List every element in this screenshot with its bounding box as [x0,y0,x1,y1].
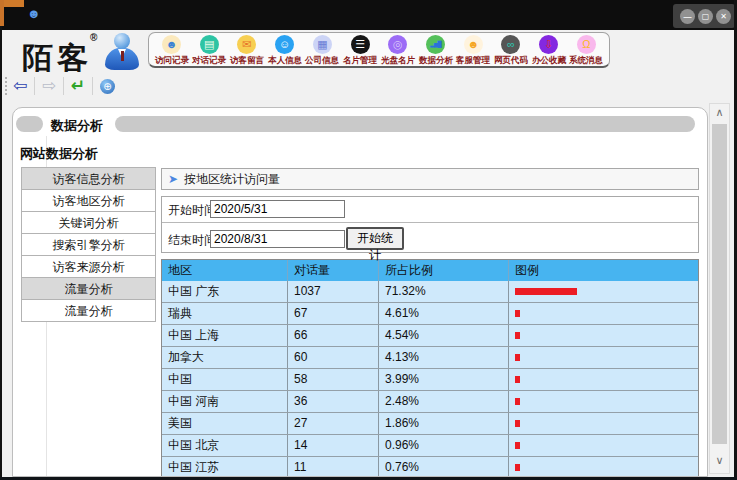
toolbar-item-visitor-message[interactable]: ✉访客留言 [228,35,265,67]
table-row: 瑞典674.61% [162,302,698,324]
legend-cell [509,435,698,456]
globe-icon[interactable]: ⊕ [100,79,115,94]
sidebar-item[interactable]: 访客信息分析 [21,167,156,190]
toolbar-item-business-card[interactable]: ☰名片管理 [342,35,379,67]
table-row: 中国 河南362.48% [162,390,698,412]
legend-bar [515,464,520,471]
nav-bar: ⇦⇨↵ ⊕ [2,72,734,101]
count-cell: 36 [288,391,379,412]
window-border [0,0,2,480]
page-title: 网站数据分析 [20,145,98,163]
column-header: 所占比例 [379,260,509,281]
forward-icon[interactable]: ⇨ [36,74,62,98]
back-icon[interactable]: ⇦ [7,74,33,98]
scroll-up-arrow[interactable]: ∧ [710,106,729,119]
tab-pill-left [16,116,43,132]
column-header: 图例 [509,260,698,281]
region-cell: 中国 广东 [162,281,288,302]
table-row: 中国583.99% [162,368,698,390]
toolbar-item-cd-card[interactable]: ◎光盘名片 [379,35,416,67]
nav-separator [92,77,93,95]
sidebar-item[interactable]: 访客来源分析 [21,255,156,278]
refresh-icon[interactable]: ↵ [65,74,91,98]
app-window: ☻ —▢✕ 陌客® ☻访问记录▤对话记录✉访客留言☺本人信息▦公司信息☰名片管理… [0,0,737,480]
office-favorites-icon: ⇩ [539,35,558,54]
nav-buttons: ⇦⇨↵ [7,74,94,98]
toolbar-item-label: 本人信息 [268,54,302,66]
sidebar-item[interactable]: 关键词分析 [21,211,156,234]
toolbar-item-visit-records[interactable]: ☻访问记录 [153,35,190,67]
count-cell: 14 [288,435,379,456]
percent-cell: 3.99% [379,369,509,390]
legend-cell [509,413,698,434]
sidebar-item[interactable]: 访客地区分析 [21,189,156,212]
scroll-thumb[interactable] [712,124,727,444]
toolbar-item-label: 数据分析 [418,54,452,66]
count-cell: 1037 [288,281,379,302]
legend-cell [509,325,698,346]
percent-cell: 2.48% [379,391,509,412]
table-row: 中国 北京140.96% [162,434,698,456]
toolbar-item-system-message[interactable]: Ω系统消息 [568,35,605,67]
region-cell: 中国 河南 [162,391,288,412]
table-row: 中国 上海664.54% [162,324,698,346]
count-cell: 66 [288,325,379,346]
percent-cell: 4.61% [379,303,509,324]
toolbar-item-label: 名片管理 [343,54,377,66]
count-cell: 60 [288,347,379,368]
toolbar-item-label: 访问记录 [154,54,188,66]
section-header: ➤按地区统计访问量 [161,168,699,190]
tab-data-analysis: 数据分析 [51,117,103,135]
system-message-icon: Ω [577,35,596,54]
toolbar-item-office-favorites[interactable]: ⇩办公收藏 [530,35,567,67]
maximize-button[interactable]: ▢ [698,9,713,24]
sidebar-item[interactable]: 流量分析 [21,299,156,322]
toolbar-item-label: 对话记录 [192,54,226,66]
percent-cell: 4.13% [379,347,509,368]
table-body: 中国 广东103771.32%瑞典674.61%中国 上海664.54%加拿大6… [162,281,698,477]
vertical-scrollbar: ∧ ∨ [709,103,730,474]
toolbar-item-label: 公司信息 [305,54,339,66]
legend-bar [515,332,520,339]
legend-bar [515,420,520,427]
end-date-input[interactable] [210,230,345,248]
start-time-row: 开始时间: [162,197,698,223]
scroll-down-arrow[interactable]: ∨ [710,454,729,467]
toolbar-item-label: 客服管理 [456,54,490,66]
toolbar-item-label: 网页代码 [494,54,528,66]
analysis-panel: ➤按地区统计访问量 开始时间: 结束时间: 开始统计 地区对话量所占比例图例 [161,168,699,477]
date-filter-box: 开始时间: 结束时间: 开始统计 [161,196,699,253]
business-card-icon: ☰ [351,35,370,54]
end-time-row: 结束时间: 开始统计 [162,223,698,253]
legend-cell [509,281,698,302]
frame-accent [0,0,4,26]
minimize-button[interactable]: — [680,9,695,24]
region-cell: 加拿大 [162,347,288,368]
toolbar-item-my-profile[interactable]: ☺本人信息 [266,35,303,67]
table-header-row: 地区对话量所占比例图例 [162,260,698,281]
titlebar-app-icon: ☻ [27,7,41,21]
region-cell: 瑞典 [162,303,288,324]
toolbar-item-company-info[interactable]: ▦公司信息 [304,35,341,67]
sidebar-item[interactable]: 搜索引擎分析 [21,233,156,256]
tab-bar [115,116,695,132]
region-cell: 中国 上海 [162,325,288,346]
toolbar-item-web-code[interactable]: ∞网页代码 [492,35,529,67]
main-toolbar: ☻访问记录▤对话记录✉访客留言☺本人信息▦公司信息☰名片管理◎光盘名片▂▅█数据… [148,32,610,68]
toolbar-item-chat-records[interactable]: ▤对话记录 [191,35,228,67]
toolbar-band: 陌客® ☻访问记录▤对话记录✉访客留言☺本人信息▦公司信息☰名片管理◎光盘名片▂… [2,30,734,72]
table-row: 美国271.86% [162,412,698,434]
start-date-input[interactable] [210,200,345,218]
start-statistics-button[interactable]: 开始统计 [346,227,404,250]
toolbar-item-support-manage[interactable]: ☻客服管理 [455,35,492,67]
close-button[interactable]: ✕ [716,9,731,24]
region-cell: 美国 [162,413,288,434]
toolbar-item-data-analysis[interactable]: ▂▅█数据分析 [417,35,454,67]
main-panel: 数据分析 网站数据分析 访客信息分析访客地区分析关键词分析搜索引擎分析访客来源分… [12,107,708,477]
sidebar-item[interactable]: 流量分析 [21,277,156,300]
column-header: 地区 [162,260,288,281]
data-analysis-icon: ▂▅█ [426,35,445,54]
legend-bar [515,310,520,317]
nav-separator [63,77,64,95]
percent-cell: 71.32% [379,281,509,302]
